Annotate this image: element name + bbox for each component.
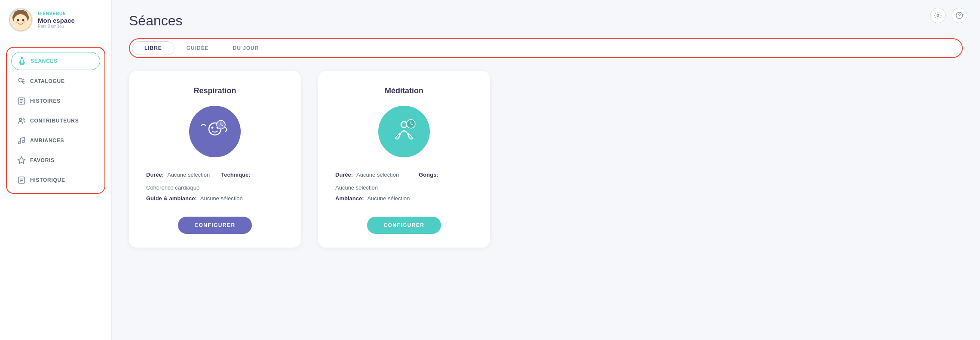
respiration-guide-label: Guide & ambiance:	[146, 194, 197, 203]
svg-point-5	[17, 19, 19, 21]
svg-point-32	[401, 122, 407, 128]
meditation-gongs-label: Gongs:	[419, 170, 438, 180]
svg-point-6	[22, 19, 24, 21]
contributeurs-icon	[17, 116, 26, 125]
user-subtitle: Petit BamBou	[38, 24, 75, 29]
respiration-duration-label: Durée:	[146, 170, 164, 180]
svg-point-7	[15, 21, 18, 23]
sidebar-item-catalogue-label: CATALOGUE	[30, 78, 65, 84]
meditation-gongs-value: Aucune sélection	[335, 183, 378, 193]
meditation-details: Durée: Aucune sélection Gongs: Aucune sé…	[335, 170, 473, 205]
meditation-duration-label: Durée:	[335, 170, 353, 180]
svg-point-9	[21, 58, 22, 59]
meditation-card-title: Méditation	[385, 86, 423, 95]
sidebar-item-historique[interactable]: HISTORIQUE	[11, 172, 100, 189]
svg-point-18	[23, 119, 24, 120]
svg-point-17	[19, 118, 21, 120]
sidebar-item-histoires-label: HISTOIRES	[30, 98, 61, 104]
svg-point-11	[18, 78, 22, 82]
tab-du-jour[interactable]: DU JOUR	[221, 41, 271, 55]
user-info: BIENVENUE Mon espace Petit BamBou	[38, 11, 75, 29]
svg-point-4	[14, 14, 28, 28]
top-right-icons	[930, 8, 967, 23]
sidebar-item-ambiances-label: AMBIANCES	[30, 138, 64, 144]
respiration-details: Durée: Aucune sélection Technique: Cohér…	[146, 170, 284, 205]
sidebar-item-contributeurs[interactable]: CONTRIBUTEURS	[11, 112, 100, 129]
sidebar-item-favoris[interactable]: FAVORIS	[11, 152, 100, 169]
respiration-technique-label: Technique:	[221, 170, 250, 180]
respiration-duration-value: Aucune sélection	[167, 170, 210, 180]
historique-icon	[17, 176, 26, 184]
svg-marker-21	[18, 157, 25, 164]
svg-point-36	[937, 15, 939, 17]
nav-box: SÉANCES CATALOGUE	[6, 47, 105, 194]
settings-button[interactable]	[930, 8, 946, 23]
meditation-ambiance-label: Ambiance:	[335, 194, 364, 203]
sidebar: BIENVENUE Mon espace Petit BamBou SÉANCE…	[0, 0, 112, 340]
page-title: Séances	[129, 13, 963, 29]
meditation-icon-circle	[378, 106, 430, 157]
histoires-icon	[17, 97, 26, 105]
sidebar-item-catalogue[interactable]: CATALOGUE	[11, 73, 100, 90]
respiration-card-title: Respiration	[193, 86, 236, 95]
svg-point-8	[23, 21, 26, 23]
meditation-configure-button[interactable]: CONFIGURER	[367, 217, 441, 234]
meditation-ambiance-value: Aucune sélection	[367, 194, 410, 203]
cards-row: Respiration	[129, 71, 963, 248]
svg-point-27	[211, 127, 214, 129]
sidebar-item-favoris-label: FAVORIS	[30, 157, 55, 163]
ambiances-icon	[17, 136, 26, 145]
favoris-icon	[17, 156, 26, 165]
sidebar-item-seances[interactable]: SÉANCES	[11, 52, 100, 70]
sidebar-item-contributeurs-label: CONTRIBUTEURS	[30, 118, 79, 124]
respiration-icon-circle	[189, 106, 241, 157]
meditation-icon	[18, 57, 26, 65]
user-name: Mon espace	[38, 17, 75, 24]
respiration-guide-value: Aucune sélection	[200, 194, 243, 203]
sidebar-item-seances-label: SÉANCES	[31, 58, 58, 64]
tab-bar: LIBRE GUIDÉE DU JOUR	[129, 38, 963, 58]
main-content: Séances LIBRE GUIDÉE DU JOUR Respiration	[112, 0, 980, 340]
avatar	[9, 8, 33, 32]
meditation-duration-value: Aucune sélection	[356, 170, 399, 180]
svg-point-19	[18, 142, 21, 144]
sidebar-item-historique-label: HISTORIQUE	[30, 177, 65, 183]
meditation-card: Méditation	[318, 71, 490, 248]
svg-point-20	[22, 141, 24, 143]
bienvenue-label: BIENVENUE	[38, 11, 75, 16]
sidebar-item-histoires[interactable]: HISTOIRES	[11, 92, 100, 110]
svg-point-10	[20, 63, 24, 64]
tab-libre[interactable]: LIBRE	[132, 41, 175, 55]
tab-guidee[interactable]: GUIDÉE	[175, 41, 221, 55]
respiration-configure-button[interactable]: CONFIGURER	[178, 217, 251, 234]
catalogue-icon	[17, 77, 26, 86]
respiration-card: Respiration	[129, 71, 301, 248]
help-button[interactable]	[952, 8, 967, 23]
respiration-technique-value: Cohérence cardiaque	[146, 183, 199, 193]
sidebar-header: BIENVENUE Mon espace Petit BamBou	[0, 0, 111, 39]
sidebar-item-ambiances[interactable]: AMBIANCES	[11, 132, 100, 149]
